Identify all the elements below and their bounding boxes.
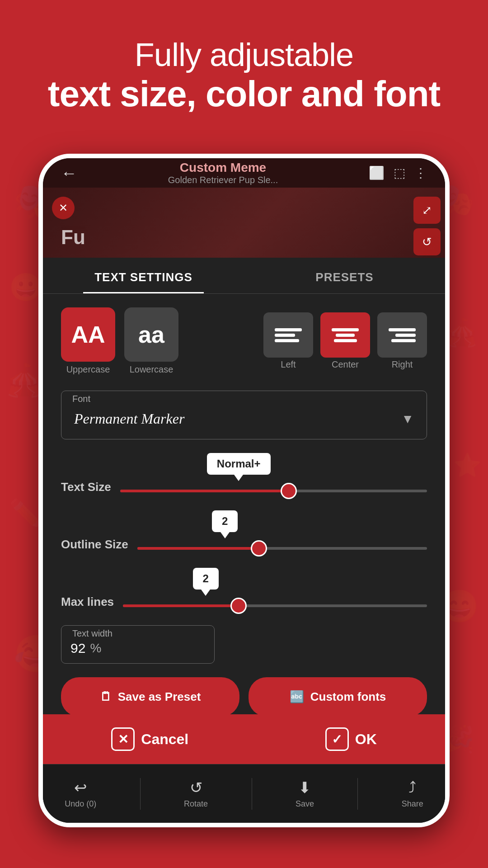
cancel-button[interactable]: ✕ Cancel [111,727,188,751]
text-size-fill [120,490,289,492]
share-label: Share [402,799,423,809]
lowercase-label: Lowercase [130,364,174,375]
close-text-button[interactable]: ✕ [52,197,75,219]
app-subtitle: Golden Retriever Pup Sle... [168,175,278,185]
outline-size-slider[interactable] [137,547,427,550]
uppercase-button[interactable]: AA [61,307,115,362]
outline-size-tooltip-wrapper: 2 [61,510,427,536]
nav-divider-3 [357,778,358,810]
text-size-slider[interactable] [120,490,427,492]
outline-size-fill [137,547,259,550]
modal-panel: TEXT SETTINGS PRESETS AA Uppercase aa Lo… [43,258,445,823]
nav-save[interactable]: ⬇ Save [296,778,314,809]
rotate-label: Rotate [184,799,208,809]
header-area: Fully adjustable text size, color and fo… [0,36,488,115]
align-left-label: Left [281,359,296,370]
uppercase-label: Uppercase [66,364,110,375]
dropdown-arrow-icon: ▼ [401,412,414,426]
ok-label: OK [355,731,377,748]
save-nav-icon: ⬇ [298,778,311,797]
app-title: Custom Meme [168,160,278,175]
custom-fonts-label: Custom fonts [310,690,386,704]
save-preset-button[interactable]: 🗒 Save as Preset [61,677,239,717]
text-size-tooltip-wrapper: Normal+ [61,453,427,478]
nav-divider-1 [140,778,141,810]
align-right-label: Right [392,359,413,370]
selected-font-name: Permanent Marker [74,410,184,427]
cancel-ok-bar: ✕ Cancel ✓ OK [43,714,445,764]
font-dropdown[interactable]: Permanent Marker ▼ [70,406,418,432]
top-icons: ⬜ ⬚ ⋮ [369,165,427,180]
save-label: Save [296,799,314,809]
align-center-label: Center [332,359,359,370]
lowercase-button[interactable]: aa [124,307,178,362]
header-line1: Fully adjustable [27,36,461,73]
tab-text-settings[interactable]: TEXT SETTINGS [43,258,244,293]
text-width-section: Text width 92 % [61,625,427,664]
header-line2: text size, color and font [27,73,461,115]
max-lines-thumb[interactable] [230,598,247,614]
text-size-row: Normal+ Text Size [61,453,427,497]
move-icon[interactable]: ⤢ [413,197,441,224]
align-group: Left Center [263,312,427,370]
align-center-icon [332,328,359,342]
more-icon[interactable]: ⋮ [414,165,427,180]
cancel-label: Cancel [141,731,188,748]
font-section-label: Font [72,394,418,404]
undo-icon: ↩ [74,778,87,797]
text-width-value[interactable]: 92 [70,641,85,656]
custom-fonts-button[interactable]: 🔤 Custom fonts [249,677,427,717]
outline-size-label: Outline Size [61,538,128,552]
crop-icon[interactable]: ⬚ [394,165,405,180]
nav-rotate[interactable]: ↺ Rotate [184,778,208,809]
tab-bar: TEXT SETTINGS PRESETS [43,258,445,294]
back-button[interactable]: ← [61,164,77,183]
align-right-icon [389,328,416,342]
save-preset-label: Save as Preset [118,690,201,704]
align-right-button[interactable] [377,312,427,358]
lowercase-group: aa Lowercase [124,307,178,375]
max-lines-slider[interactable] [123,604,427,607]
max-lines-tooltip: 2 [193,568,219,590]
undo-label: Undo (0) [65,799,96,809]
align-center-button[interactable] [320,312,370,358]
outline-size-thumb[interactable] [251,540,267,557]
ok-button[interactable]: ✓ OK [325,727,377,751]
phone-top-bar: ← Custom Meme Golden Retriever Pup Sle..… [43,158,445,188]
font-section: Font Permanent Marker ▼ [61,391,427,439]
uppercase-group: AA Uppercase [61,307,115,375]
square-icon[interactable]: ⬜ [369,165,385,180]
align-left-icon [275,328,302,342]
max-lines-label: Max lines [61,595,114,609]
ok-icon: ✓ [325,727,349,751]
tab-presets[interactable]: PRESETS [244,258,445,293]
align-center-group: Center [320,312,370,370]
text-size-thumb[interactable] [281,483,297,499]
action-buttons: 🗒 Save as Preset 🔤 Custom fonts [61,677,427,717]
rotate-nav-icon: ↺ [190,778,202,797]
nav-undo[interactable]: ↩ Undo (0) [65,778,96,809]
nav-divider-2 [252,778,252,810]
share-nav-icon: ⤴ [408,779,416,797]
cancel-icon: ✕ [111,727,135,751]
outline-size-row: 2 Outline Size [61,510,427,554]
custom-fonts-icon: 🔤 [290,690,304,704]
align-left-group: Left [263,312,313,370]
max-lines-row: 2 Max lines [61,568,427,612]
text-size-label: Text Size [61,480,111,494]
max-lines-tooltip-wrapper: 2 [61,568,427,593]
modal-content: AA Uppercase aa Lowercase [43,294,445,730]
align-right-group: Right [377,312,427,370]
canvas-overlay-text: Fu [61,226,85,249]
text-size-tooltip: Normal+ [207,453,271,475]
case-align-row: AA Uppercase aa Lowercase [61,307,427,375]
align-left-button[interactable] [263,312,313,358]
text-width-label: Text width [72,628,205,639]
save-preset-icon: 🗒 [100,690,112,704]
rotate-icon[interactable]: ↺ [413,228,441,255]
title-area: Custom Meme Golden Retriever Pup Sle... [168,160,278,185]
outline-size-tooltip: 2 [212,510,238,532]
nav-bar: ↩ Undo (0) ↺ Rotate ⬇ Save ⤴ Share [43,764,445,823]
max-lines-fill [123,604,239,607]
nav-share[interactable]: ⤴ Share [402,779,423,809]
